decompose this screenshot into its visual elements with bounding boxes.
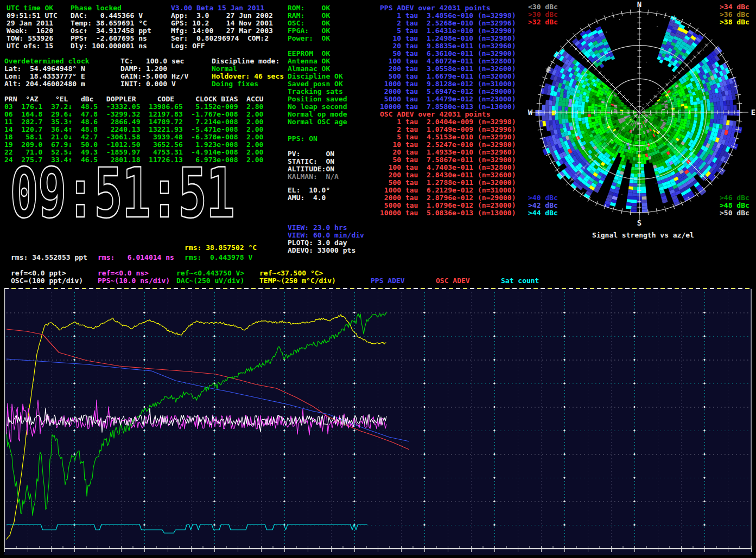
dbc-legend-left-top: <30 dBc>30 dBc>32 dBc [528,3,558,26]
mode-panel: PV: ONSTATIC: ONALTITUDE:ON [288,150,334,173]
polar-map-title: Signal strength vs az/el [529,232,756,239]
phase-status-title: Phase locked [71,4,122,12]
pps-adev-table: 1 tau 3.4856e-010 (n=32998) 2 tau 2.5268… [380,12,516,111]
pps-adev-plot-label: PPS ADEV [371,277,405,285]
el-mask-label: EL: 10.0° [288,187,330,194]
discipline-mode-panel: NormalHoldover: 46 secsDoing fixes [212,65,284,88]
dbc-legend-right-top: >34 dBc>36 dBc>38 dBc [720,3,749,26]
amu-mask-label: AMU: 4.0 [288,194,326,202]
phase-panel: DAC: 0.445366 VTemp: 38.659691 °COsc↑ 34… [71,12,151,50]
dbc-legend-left-bottom: >40 dBc>42 dBc>44 dBc [528,194,558,217]
version-title: V3.00 Beta 15 Jan 2011 [171,4,264,12]
osc-adev-title: OSC ADEV over 42031 points [380,111,491,118]
dac-ref-legend: ref~<0.443750 V>DAC~(250 uV/div) [176,270,244,285]
compass-south-label: S [637,219,641,227]
strip-chart-plot-area[interactable] [4,288,752,555]
gps-status-panel: EEPROM OKAntenna OKAlmanac OKDiscipline … [288,50,347,126]
temp-ref-legend: ref~<37.500 °C>TEMP~(250 m°C/div) [259,270,336,285]
pps-ref-legend: ref=<0.0 ns>PPS~(10.0 ns/div) [98,270,170,285]
compass-west-label: W [528,108,533,117]
compass-east-label: E [751,108,755,117]
osc-ref-legend: ref=<0.0 ppt>OSC=(100 ppt/div) [11,270,83,285]
rms-osc-label: rms: 34.552853 ppt [11,254,87,261]
position-panel: Lat: 54.4964948° NLon: 18.4333777° EAlt:… [4,65,85,88]
sat-count-plot-label: Sat count [501,277,539,285]
discipline-mode-title: Discipline mode: [212,57,279,65]
view-panel-white: PLOTQ: 3.0 dayADEVQ: 33000 pts [288,239,355,254]
osc-adev-plot-label: OSC ADEV [436,277,470,285]
clock-mode-title: Overdetermined clock [4,57,90,65]
rms-dac-label: rms: 0.443978 V [185,254,252,261]
utc-time-panel: 09:51:51 UTC29 Jan 2011Week: 1620TOW: 55… [7,12,58,50]
big-digital-clock: 09:51:51 [10,164,188,223]
loop-params-panel: TC: 100.0 secDAMP: 1.200GAIN:-5.000 Hz/V… [120,57,188,88]
selftest-panel: ROM: OKRAM: OKOSC: OKFPGA: OKPower: OK [288,4,330,42]
dbc-legend-right-bottom: >46 dBc>48 dBc>50 dBc [720,194,749,217]
pps-state-label: PPS: ON [288,135,317,143]
pps-adev-title: PPS ADEV over 42031 points [380,4,491,12]
lady-heather-screen: UTC time OK 09:51:51 UTC29 Jan 2011Week:… [0,0,756,558]
kalman-label: KALMAN: N/A [288,173,339,181]
view-panel-blue: VIEW: 23.0 hrsVIEW: 60.0 min/div [288,224,364,239]
rms-pps-label: rms: 6.014014 ns [98,254,174,261]
version-panel: App: 3.0 27 Jun 2002GPS: 10.2 14 Nov 200… [171,12,273,50]
utc-status-title: UTC time OK [7,4,53,12]
osc-adev-table: 1 tau 2.0404e-009 (n=32998) 2 tau 1.0749… [380,118,516,217]
rms-temp-label: rms: 38.857502 °C [185,244,257,252]
sat-table-header: PRN °AZ °EL dBc DOPPLER CODE CLOCK BIAS … [4,95,263,103]
compass-north-label: N [637,0,641,9]
